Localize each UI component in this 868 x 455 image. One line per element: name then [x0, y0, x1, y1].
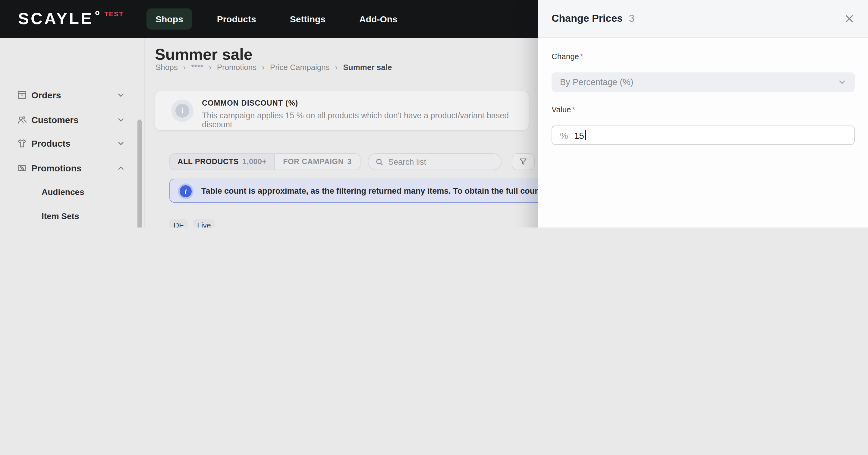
common-discount-card: i COMMON DISCOUNT (%) This campaign appl…: [155, 91, 529, 130]
breadcrumb-promotions[interactable]: Promotions: [217, 63, 257, 72]
tshirt-icon: [16, 137, 28, 149]
sidebar: Orders Customers Products: [0, 38, 145, 227]
info-icon: i: [171, 99, 193, 122]
chevron-down-icon: [117, 139, 125, 147]
tab-for-campaign[interactable]: FOR CAMPAIGN 3: [274, 154, 360, 170]
logo-degree-icon: [95, 11, 99, 15]
breadcrumb-separator: ›: [335, 63, 338, 72]
topnav-settings[interactable]: Settings: [281, 8, 335, 30]
tab-count: 1,000+: [242, 158, 267, 166]
sidebar-item-products[interactable]: Products: [0, 133, 145, 153]
scayle-admin-app: SCAYLE TEST Shops Products Settings Add-…: [0, 0, 868, 227]
breadcrumb: Shops › **** › Promotions › Price Campai…: [156, 63, 392, 72]
info-icon: i: [178, 183, 193, 199]
sidebar-item-label: Customers: [31, 114, 79, 124]
topnav-products[interactable]: Products: [208, 8, 265, 30]
chevron-down-icon: [117, 115, 125, 124]
chevron-down-icon: [838, 78, 846, 86]
tab-label: FOR CAMPAIGN: [283, 158, 344, 166]
topnav-shops[interactable]: Shops: [147, 8, 192, 30]
chip-country-de: DE: [169, 219, 188, 227]
package-icon: [16, 89, 28, 101]
sidebar-item-label: Orders: [31, 90, 61, 100]
product-list-tabs: ALL PRODUCTS 1,000+ FOR CAMPAIGN 3: [169, 153, 361, 170]
change-prices-drawer: Change Prices 3 Change* By Percentage (%…: [538, 0, 868, 227]
sidebar-item-item-sets[interactable]: Item Sets: [5, 206, 130, 226]
change-type-value: By Percentage (%): [560, 77, 838, 87]
tab-all-products[interactable]: ALL PRODUCTS 1,000+: [170, 154, 274, 170]
change-field-label: Change*: [552, 52, 583, 61]
percent-icon: %: [560, 130, 568, 140]
card-description: This campaign applies 15 % on all produc…: [202, 111, 529, 129]
breadcrumb-shop-masked[interactable]: ****: [191, 63, 204, 72]
text-cursor: [585, 130, 586, 140]
sidebar-item-label: Products: [31, 138, 70, 148]
change-type-select[interactable]: By Percentage (%): [552, 73, 855, 92]
top-navigation: Shops Products Settings Add-Ons: [147, 0, 407, 38]
breadcrumb-current: Summer sale: [343, 63, 392, 72]
filter-funnel-icon: [519, 158, 527, 166]
sidebar-item-orders[interactable]: Orders: [0, 85, 145, 105]
drawer-title: Change Prices: [552, 13, 623, 25]
tab-label: ALL PRODUCTS: [178, 158, 239, 166]
sidebar-item-audiences[interactable]: Audiences: [5, 182, 130, 202]
banner-text: Table count is approximate, as the filte…: [201, 186, 585, 195]
breadcrumb-separator: ›: [209, 63, 212, 72]
users-icon: [16, 113, 28, 125]
breadcrumb-price-campaigns[interactable]: Price Campaigns: [270, 63, 330, 72]
sidebar-scrollbar[interactable]: [137, 119, 142, 227]
sidebar-item-label: Promotions: [31, 163, 82, 173]
value-field-label: Value*: [552, 105, 575, 114]
topnav-add-ons[interactable]: Add-Ons: [350, 8, 407, 30]
chevron-down-icon: [117, 90, 125, 99]
search-input[interactable]: Search list: [368, 153, 501, 170]
search-icon: [375, 158, 383, 166]
search-placeholder: Search list: [388, 157, 426, 166]
page-title: Summer sale: [155, 46, 253, 64]
breadcrumb-separator: ›: [183, 63, 186, 72]
chip-live: Live: [193, 219, 215, 227]
sidebar-item-customers[interactable]: Customers: [0, 110, 145, 129]
ticket-percent-icon: [16, 162, 28, 174]
filter-button[interactable]: [512, 153, 535, 170]
chevron-up-icon: [117, 164, 125, 172]
breadcrumb-separator: ›: [262, 63, 265, 72]
sidebar-item-promotions[interactable]: Promotions: [0, 158, 145, 177]
card-title: COMMON DISCOUNT (%): [202, 99, 298, 107]
breadcrumb-shops[interactable]: Shops: [156, 63, 178, 72]
close-icon[interactable]: [845, 15, 854, 25]
drawer-header: Change Prices 3: [538, 0, 868, 38]
value-input[interactable]: % 15: [552, 125, 855, 145]
value-input-text: 15: [574, 130, 584, 140]
tab-count: 3: [347, 158, 352, 166]
drawer-selected-count: 3: [629, 13, 634, 25]
scayle-logo[interactable]: SCAYLE TEST: [18, 10, 124, 28]
logo-wordmark: SCAYLE: [18, 10, 93, 28]
env-badge: TEST: [104, 10, 124, 18]
